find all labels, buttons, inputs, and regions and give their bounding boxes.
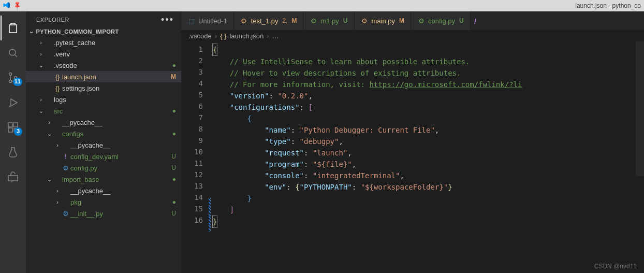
tree-item-label: __pycache__ bbox=[70, 187, 169, 195]
tree-item[interactable]: ⚙__init__.pyU bbox=[26, 208, 181, 219]
svg-point-4 bbox=[10, 106, 10, 107]
activity-remote[interactable] bbox=[1, 165, 25, 190]
file-icon: ! bbox=[61, 153, 70, 161]
chevron-right-icon: › bbox=[54, 142, 61, 148]
tab[interactable]: ⬚Untitled-1 bbox=[181, 11, 234, 30]
breadcrumb[interactable]: .vscode › { } launch.json › … bbox=[181, 30, 644, 41]
git-status: ● bbox=[169, 107, 176, 114]
svg-point-2 bbox=[9, 80, 12, 83]
ext-badge: 3 bbox=[14, 127, 22, 136]
vscode-icon bbox=[3, 2, 10, 10]
project-root[interactable]: ⌄ PYTHON_COMMON_IMPORT bbox=[26, 26, 181, 37]
window-title: launch.json - python_co bbox=[575, 2, 641, 9]
tab-badge: M bbox=[291, 17, 297, 24]
activity-extensions[interactable]: 3 bbox=[1, 115, 25, 140]
code-content[interactable]: { // Use IntelliSense to learn about pos… bbox=[210, 41, 644, 273]
git-status: U bbox=[169, 153, 176, 160]
minimap[interactable] bbox=[636, 41, 644, 273]
tab-label: m1.py bbox=[320, 17, 339, 25]
scm-badge: 11 bbox=[13, 78, 22, 86]
chevron-down-icon: ⌄ bbox=[37, 62, 45, 69]
chevron-right-icon: › bbox=[54, 188, 61, 194]
tree-item[interactable]: {}launch.jsonM bbox=[26, 71, 181, 82]
tree-item[interactable]: !config_dev.yamlU bbox=[26, 151, 181, 162]
tree-item[interactable]: {}settings.json bbox=[26, 82, 181, 94]
sidebar-more-icon[interactable]: ••• bbox=[161, 17, 174, 22]
chevron-right-icon: › bbox=[37, 39, 45, 46]
tree-item-label: __pycache__ bbox=[62, 119, 169, 126]
tree-item[interactable]: ⌄import_base● bbox=[26, 174, 181, 185]
tree-item[interactable]: ⌄.vscode● bbox=[26, 60, 181, 71]
svg-rect-5 bbox=[8, 123, 12, 127]
activity-testing[interactable] bbox=[1, 140, 25, 165]
editor[interactable]: 12345678910111213141516 { // Use Intelli… bbox=[181, 41, 644, 273]
tree-item-label: config.py bbox=[70, 164, 169, 172]
activity-debug[interactable] bbox=[1, 90, 25, 115]
activity-search[interactable] bbox=[1, 40, 25, 65]
chevron-right-icon: › bbox=[267, 32, 269, 40]
tree-item-label: __init__.py bbox=[70, 210, 169, 218]
minimap-thumb[interactable] bbox=[636, 41, 644, 176]
sidebar: EXPLORER ••• ⌄ PYTHON_COMMON_IMPORT ›.py… bbox=[26, 11, 181, 273]
fold-indicator bbox=[209, 198, 211, 232]
activity-scm[interactable]: 11 bbox=[1, 65, 25, 90]
tree-item[interactable]: ⌄configs● bbox=[26, 128, 181, 139]
os-titlebar: 📌 launch.json - python_co bbox=[0, 0, 644, 11]
tree-item[interactable]: ›__pycache__ bbox=[26, 185, 181, 196]
tree-item-label: .venv bbox=[54, 50, 169, 58]
breadcrumb-tail: … bbox=[272, 32, 279, 40]
chevron-right-icon: › bbox=[37, 96, 45, 103]
tree-item-label: src bbox=[54, 107, 169, 115]
tree-item-label: configs bbox=[62, 130, 169, 138]
tree-item-label: launch.json bbox=[62, 73, 169, 81]
pin-icon[interactable]: 📌 bbox=[12, 1, 23, 11]
file-icon: ⚙ bbox=[310, 17, 317, 25]
git-status: ● bbox=[169, 62, 176, 69]
tab-label: config.py bbox=[428, 17, 455, 25]
file-icon: {} bbox=[53, 84, 62, 92]
tree-item-label: pkg bbox=[70, 198, 169, 206]
tree-item[interactable]: ›__pycache__ bbox=[26, 139, 181, 151]
tab[interactable]: ⚙main.pyM bbox=[355, 11, 412, 30]
activity-explorer[interactable] bbox=[1, 16, 25, 40]
tab[interactable]: ⚙m1.pyU bbox=[303, 11, 354, 30]
tree-item[interactable]: ›.venv bbox=[26, 48, 181, 60]
sidebar-title: EXPLORER bbox=[36, 17, 69, 23]
chevron-right-icon: › bbox=[215, 32, 217, 40]
tree-item[interactable]: ⚙config.pyU bbox=[26, 162, 181, 174]
tree-item-label: .pytest_cache bbox=[54, 39, 169, 47]
tree-item-label: import_base bbox=[62, 176, 169, 183]
watermark: CSDN @nvd11 bbox=[594, 263, 637, 270]
svg-point-0 bbox=[9, 49, 16, 55]
tree-item[interactable]: ›.pytest_cache bbox=[26, 37, 181, 48]
project-name: PYTHON_COMMON_IMPORT bbox=[36, 28, 119, 35]
chevron-down-icon: ⌄ bbox=[37, 108, 45, 114]
chevron-right-icon: › bbox=[54, 199, 61, 205]
tab[interactable]: ⚙test_1.py2,M bbox=[234, 11, 304, 30]
file-icon: ⚙ bbox=[61, 210, 70, 218]
breadcrumb-folder: .vscode bbox=[188, 32, 212, 40]
git-status: M bbox=[169, 73, 176, 80]
tab-overflow-icon[interactable]: ! bbox=[471, 11, 480, 30]
tab-badge: 2, bbox=[282, 17, 287, 24]
tree-item[interactable]: ›logs bbox=[26, 94, 181, 105]
activity-bar: 11 3 bbox=[0, 11, 26, 273]
tree-item-label: .vscode bbox=[54, 62, 169, 69]
file-icon: {} bbox=[53, 73, 62, 81]
tab-label: Untitled-1 bbox=[198, 17, 227, 25]
svg-rect-7 bbox=[8, 128, 12, 132]
file-icon: ⬚ bbox=[187, 17, 195, 25]
svg-point-1 bbox=[9, 73, 12, 76]
file-icon: ⚙ bbox=[240, 17, 248, 25]
file-icon: ⚙ bbox=[361, 17, 369, 25]
file-tree: ›.pytest_cache›.venv⌄.vscode●{}launch.js… bbox=[26, 37, 181, 273]
tree-item[interactable]: ›__pycache__ bbox=[26, 117, 181, 128]
tree-item[interactable]: ⌄src● bbox=[26, 105, 181, 117]
git-status: ● bbox=[169, 198, 176, 206]
git-status: U bbox=[169, 210, 176, 217]
tab-label: main.py bbox=[372, 17, 396, 25]
tree-item[interactable]: ›pkg● bbox=[26, 196, 181, 208]
tab[interactable]: ⚙config.pyU bbox=[411, 11, 471, 30]
line-gutter: 12345678910111213141516 bbox=[181, 41, 210, 273]
chevron-right-icon: › bbox=[46, 119, 53, 125]
